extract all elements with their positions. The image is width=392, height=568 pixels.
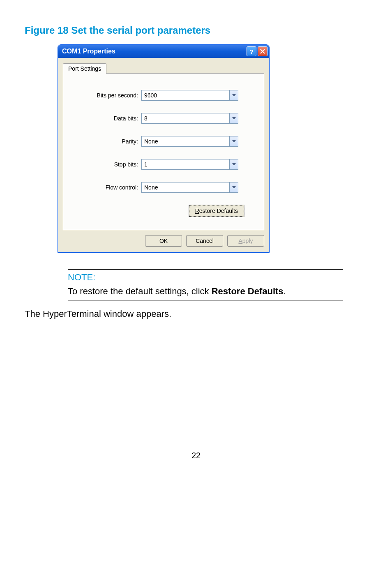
row-flow-control: Flow control: None [76, 182, 251, 193]
ok-button[interactable]: OK [145, 235, 182, 247]
titlebar-buttons: ? [247, 46, 267, 56]
apply-button: Apply [227, 235, 264, 247]
cancel-button[interactable]: Cancel [186, 235, 223, 247]
label-parity: Parity: [76, 138, 141, 145]
bottom-buttons: OK Cancel Apply [63, 235, 264, 247]
label-bits-per-second: Bits per second: [76, 92, 141, 99]
combo-flow-control[interactable]: None [141, 182, 238, 193]
tabpanel: Bits per second: 9600 Data bits: 8 [63, 73, 264, 230]
dialog-body: Port Settings Bits per second: 9600 Data… [58, 58, 269, 252]
figure-title: Figure 18 Set the serial port parameters [25, 25, 367, 36]
titlebar-text: COM1 Properties [62, 48, 115, 55]
note-label: NOTE: [68, 272, 343, 283]
note-block: NOTE: To restore the default settings, c… [68, 270, 343, 300]
combo-value-parity: None [141, 136, 229, 147]
restore-row: Restore Defaults [76, 205, 251, 217]
chevron-down-icon[interactable] [229, 182, 238, 193]
combo-value-bits-per-second: 9600 [141, 90, 229, 101]
row-data-bits: Data bits: 8 [76, 113, 251, 124]
close-icon [260, 49, 265, 54]
combo-data-bits[interactable]: 8 [141, 113, 238, 124]
tab-port-settings[interactable]: Port Settings [63, 63, 106, 74]
close-button[interactable] [258, 46, 267, 56]
row-stop-bits: Stop bits: 1 [76, 159, 251, 170]
note-text: To restore the default settings, click R… [68, 286, 343, 297]
body-text: The HyperTerminal window appears. [25, 309, 367, 319]
chevron-down-icon[interactable] [229, 159, 238, 170]
restore-defaults-button[interactable]: Restore Defaults [189, 205, 244, 217]
chevron-down-icon[interactable] [229, 113, 238, 124]
dialog-wrapper: COM1 Properties ? Port Settings Bits per… [58, 44, 367, 253]
chevron-down-icon[interactable] [229, 136, 238, 147]
com1-properties-dialog: COM1 Properties ? Port Settings Bits per… [58, 44, 270, 253]
row-bits-per-second: Bits per second: 9600 [76, 90, 251, 101]
combo-parity[interactable]: None [141, 136, 238, 147]
label-flow-control: Flow control: [76, 184, 141, 191]
label-data-bits: Data bits: [76, 115, 141, 122]
row-parity: Parity: None [76, 136, 251, 147]
combo-value-stop-bits: 1 [141, 159, 229, 170]
tabstrip: Port Settings Bits per second: 9600 Data… [63, 63, 264, 230]
page-number: 22 [25, 451, 367, 460]
combo-value-flow-control: None [141, 182, 229, 193]
combo-stop-bits[interactable]: 1 [141, 159, 238, 170]
combo-bits-per-second[interactable]: 9600 [141, 90, 238, 101]
chevron-down-icon[interactable] [229, 90, 238, 101]
help-button[interactable]: ? [247, 46, 256, 56]
label-stop-bits: Stop bits: [76, 161, 141, 168]
titlebar: COM1 Properties ? [58, 45, 269, 58]
combo-value-data-bits: 8 [141, 113, 229, 124]
help-icon: ? [249, 48, 253, 55]
